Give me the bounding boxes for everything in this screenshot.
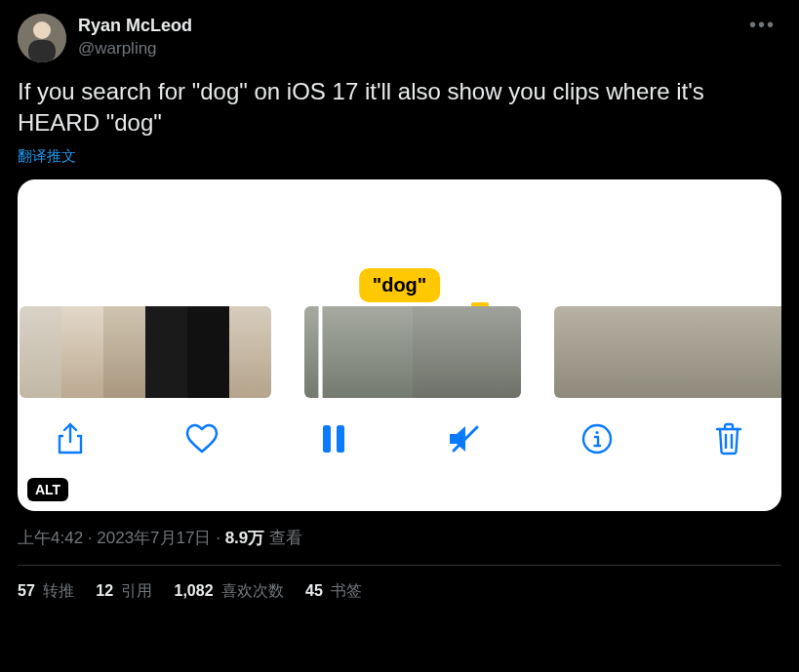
timeline-frame xyxy=(779,306,781,398)
svg-point-1 xyxy=(33,21,51,39)
timeline-frame xyxy=(644,306,689,398)
search-term-label: "dog" xyxy=(359,268,441,302)
playhead[interactable] xyxy=(318,306,323,398)
media-toolbar xyxy=(18,398,781,458)
timeline-clip[interactable] xyxy=(304,306,521,398)
timeline-frame xyxy=(229,306,271,398)
timeline-clip[interactable] xyxy=(20,306,271,398)
timeline-frame xyxy=(20,306,61,398)
avatar[interactable] xyxy=(18,14,66,62)
quotes-stat[interactable]: 12 引用 xyxy=(96,581,152,602)
author-names: Ryan McLeod @warpling xyxy=(78,16,743,59)
timeline-frame xyxy=(554,306,599,398)
video-timeline[interactable] xyxy=(18,306,781,398)
media-preview-top: "dog" xyxy=(18,179,781,306)
mute-icon[interactable] xyxy=(446,419,485,458)
tweet-time[interactable]: 上午4:42 xyxy=(18,529,83,547)
tweet-header: Ryan McLeod @warpling ••• xyxy=(18,14,781,62)
handle[interactable]: @warpling xyxy=(78,39,743,59)
likes-stat[interactable]: 1,082 喜欢次数 xyxy=(175,581,285,602)
translate-link[interactable]: 翻译推文 xyxy=(18,147,781,166)
timeline-frame xyxy=(599,306,644,398)
svg-rect-2 xyxy=(28,40,56,62)
alt-badge[interactable]: ALT xyxy=(27,478,68,501)
timeline-frame xyxy=(689,306,734,398)
views-count: 8.9万 xyxy=(225,529,265,547)
tweet: Ryan McLeod @warpling ••• If you search … xyxy=(0,0,799,602)
info-icon[interactable] xyxy=(578,419,617,458)
timeline-frame xyxy=(145,306,187,398)
tweet-meta: 上午4:42 · 2023年7月17日 · 8.9万 查看 xyxy=(18,527,781,549)
tweet-text: If you search for "dog" on iOS 17 it'll … xyxy=(18,76,781,139)
bookmarks-stat[interactable]: 45 书签 xyxy=(305,581,362,602)
trash-icon[interactable] xyxy=(709,419,748,458)
timeline-frame xyxy=(187,306,229,398)
timeline-clip[interactable] xyxy=(554,306,781,398)
svg-point-7 xyxy=(595,431,598,434)
share-icon[interactable] xyxy=(51,419,90,458)
svg-rect-3 xyxy=(323,425,331,453)
tweet-stats: 57 转推 12 引用 1,082 喜欢次数 45 书签 xyxy=(18,566,781,602)
pause-icon[interactable] xyxy=(314,419,353,458)
media-attachment[interactable]: "dog" xyxy=(18,179,781,511)
timeline-frame xyxy=(103,306,145,398)
views-label: 查看 xyxy=(264,529,302,547)
timeline-frame xyxy=(734,306,779,398)
display-name[interactable]: Ryan McLeod xyxy=(78,16,743,37)
tweet-date[interactable]: 2023年7月17日 xyxy=(97,529,211,547)
svg-rect-4 xyxy=(337,425,344,453)
retweets-stat[interactable]: 57 转推 xyxy=(18,581,74,602)
timeline-frame xyxy=(413,306,521,398)
heart-icon[interactable] xyxy=(182,419,221,458)
more-icon[interactable]: ••• xyxy=(743,10,781,40)
timeline-frame xyxy=(61,306,103,398)
